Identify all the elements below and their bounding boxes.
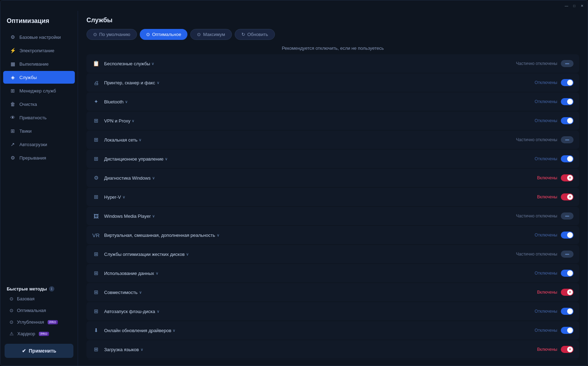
service-icon-printer: 🖨 [92, 79, 100, 86]
service-name-disk-opt[interactable]: Службы оптимизации жестких дисков ∨ [104, 252, 512, 257]
service-row-raid: ⊞RAID ∨Отключены [86, 359, 579, 360]
service-name-compat[interactable]: Совместимость ∨ [104, 290, 533, 295]
service-status-text-wmp: Частично отключены [516, 214, 557, 218]
chevron-icon: ∨ [157, 309, 160, 314]
sidebar-item-autostart[interactable]: ↗ Автозагрузки [3, 138, 75, 151]
service-name-bluetooth[interactable]: Bluetooth ∨ [104, 99, 530, 104]
service-toggle-vpn[interactable] [561, 117, 574, 124]
sidebar-item-label: Базовые настройки [19, 35, 61, 40]
quick-method-optimal[interactable]: ⊙ Оптимальная [3, 305, 75, 316]
service-name-diagnostics[interactable]: Диагностика Windows ∨ [104, 175, 533, 181]
quick-method-label: Углубленная [17, 319, 44, 325]
service-status-area-disk-opt: Частично отключены [516, 251, 574, 258]
refresh-button[interactable]: ↻ Обновить [235, 29, 275, 40]
maximize-button[interactable]: □ [571, 3, 577, 8]
sidebar-item-label: Службы [19, 75, 37, 80]
service-name-printer[interactable]: Принтер, сканер и факс ∨ [104, 80, 530, 85]
optimal-button[interactable]: ⊙ Оптимальное [140, 29, 188, 40]
service-toggle-driver-update[interactable] [561, 327, 574, 334]
quick-method-advanced[interactable]: ⊙ Углубленная PRO [3, 317, 75, 328]
toolbar: ⊙ По умолчанию ⊙ Оптимальное ⊙ Максимум … [86, 29, 579, 40]
apply-button[interactable]: ✔ Применить [5, 344, 73, 358]
sidebar-item-interrupts[interactable]: ⚙ Прерывания [3, 151, 75, 164]
quick-method-hardcore[interactable]: ⚠ Хардкор PRO [3, 328, 75, 339]
service-status-text-disk-opt: Частично отключены [516, 252, 557, 257]
service-icon-vr: VR [92, 231, 100, 239]
sidebar-item-cleanup[interactable]: 🗑 Очистка [3, 98, 75, 110]
service-toggle-compat[interactable]: ✕ [561, 289, 574, 296]
service-toggle-remote[interactable] [561, 155, 574, 162]
service-toggle-hyperv[interactable]: ✕ [561, 193, 574, 200]
service-toggle-wmp[interactable] [561, 212, 574, 220]
power-icon: ⚡ [10, 47, 16, 54]
sidebar-item-label: Приватность [19, 115, 47, 120]
sidebar-item-polishing[interactable]: ▦ Выпиливание [3, 58, 75, 70]
sidebar-item-label: Автозагрузки [19, 142, 47, 147]
service-row-hyperv: ⊞Hyper-V ∨Включены✕ [86, 188, 579, 206]
sidebar-item-services[interactable]: ◈ Службы [3, 71, 75, 84]
main-content: Оптимизация ⚙ Базовые настройки ⚡ Электр… [0, 11, 588, 366]
service-name-driver-update[interactable]: Онлайн обновления драйверов ∨ [104, 328, 530, 333]
service-toggle-data-usage[interactable] [561, 270, 574, 277]
sidebar-item-label: Менеджер служб [19, 88, 56, 94]
service-name-autorun[interactable]: Автозапуск флэш-диска ∨ [104, 309, 530, 314]
service-icon-compat: ⊞ [92, 288, 100, 296]
service-name-useless[interactable]: Бесполезные службы ∨ [104, 61, 512, 66]
sidebar-item-basic-settings[interactable]: ⚙ Базовые настройки [3, 31, 75, 43]
service-name-lang-pack[interactable]: Загрузка языков ∨ [104, 347, 533, 352]
service-status-text-driver-update: Отключены [535, 328, 557, 333]
chevron-icon: ∨ [125, 100, 128, 104]
quick-method-basic[interactable]: ⊙ Базовая [3, 293, 75, 304]
manager-icon: ⊞ [10, 88, 16, 94]
service-row-autorun: ⊞Автозапуск флэш-диска ∨Отключены [86, 302, 579, 320]
service-toggle-bluetooth[interactable] [561, 98, 574, 105]
service-name-vpn[interactable]: VPN и Proxy ∨ [104, 118, 530, 124]
services-list: 📋Бесполезные службы ∨Частично отключены🖨… [86, 54, 579, 360]
service-name-vr[interactable]: Виртуальная, смешанная, дополненная реал… [104, 233, 530, 238]
sidebar: Оптимизация ⚙ Базовые настройки ⚡ Электр… [0, 11, 78, 366]
service-status-text-printer: Отключены [535, 80, 557, 85]
pro-badge-hardcore: PRO [39, 332, 49, 336]
service-status-area-driver-update: Отключены [535, 327, 574, 334]
service-toggle-lang-pack[interactable]: ✕ [561, 346, 574, 353]
chevron-icon: ∨ [157, 80, 160, 85]
service-status-text-lang-pack: Включены [537, 347, 557, 352]
service-row-compat: ⊞Совместимость ∨Включены✕ [86, 283, 579, 301]
default-label: По умолчанию [99, 32, 130, 37]
service-status-text-useless: Частично отключены [516, 61, 557, 66]
titlebar: — □ ✕ [0, 0, 588, 11]
chevron-icon: ∨ [186, 252, 189, 257]
service-toggle-diagnostics[interactable]: ✕ [561, 174, 574, 181]
sidebar-item-power[interactable]: ⚡ Электропитание [3, 44, 75, 57]
refresh-icon: ↻ [241, 32, 245, 37]
default-button[interactable]: ⊙ По умолчанию [86, 29, 137, 40]
sidebar-item-tweaks[interactable]: ⊞ Твики [3, 125, 75, 137]
max-button[interactable]: ⊙ Максимум [190, 29, 232, 40]
service-toggle-local-net[interactable] [561, 136, 574, 143]
service-name-remote[interactable]: Дистанционное управление ∨ [104, 156, 530, 162]
close-button[interactable]: ✕ [579, 3, 585, 8]
service-name-local-net[interactable]: Локальная сеть ∨ [104, 137, 512, 143]
service-status-area-diagnostics: Включены✕ [537, 174, 574, 181]
service-icon-remote: ⊞ [92, 155, 100, 163]
sidebar-item-service-manager[interactable]: ⊞ Менеджер служб [3, 84, 75, 97]
service-name-data-usage[interactable]: Использование данных ∨ [104, 271, 530, 276]
minimize-button[interactable]: — [564, 3, 569, 8]
service-toggle-vr[interactable] [561, 232, 574, 239]
service-status-text-compat: Включены [537, 290, 557, 295]
service-toggle-printer[interactable] [561, 79, 574, 86]
service-name-wmp[interactable]: Windows Media Player ∨ [104, 214, 512, 219]
service-toggle-disk-opt[interactable] [561, 251, 574, 258]
chevron-icon: ∨ [151, 61, 154, 66]
sidebar-item-label: Прерывания [19, 155, 46, 161]
info-icon: i [49, 286, 54, 292]
service-name-hyperv[interactable]: Hyper-V ∨ [104, 194, 533, 200]
service-toggle-autorun[interactable] [561, 308, 574, 315]
interrupts-icon: ⚙ [10, 155, 16, 161]
service-status-area-printer: Отключены [535, 79, 574, 86]
sidebar-item-privacy[interactable]: 👁 Приватность [3, 111, 75, 124]
service-icon-lang-pack: ⊞ [92, 346, 100, 353]
service-toggle-useless[interactable] [561, 60, 574, 67]
service-icon-wmp: 🖼 [92, 212, 100, 220]
max-label: Максимум [203, 32, 225, 37]
